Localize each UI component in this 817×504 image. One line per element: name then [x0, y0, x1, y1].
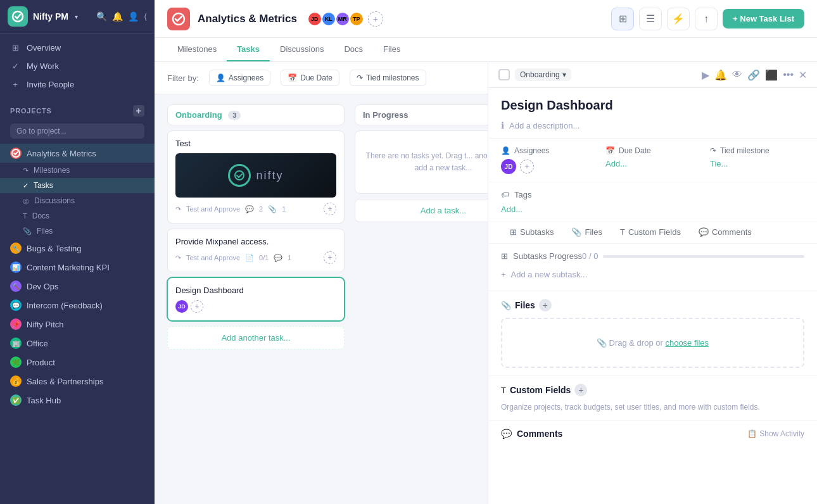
grid-view-button[interactable]: ⊞ — [611, 8, 634, 30]
search-icon[interactable]: 🔍 — [96, 11, 107, 22]
child-discussions[interactable]: ◎ Discussions — [0, 193, 155, 208]
tab-milestones[interactable]: Milestones — [167, 38, 227, 61]
add-task-inprogress-button[interactable]: Add a task... — [355, 199, 488, 222]
tied-milestones-filter-icon: ↷ — [357, 73, 363, 82]
show-activity-button[interactable]: 📋 Show Activity — [747, 429, 804, 438]
tied-milestones-filter[interactable]: ↷ Tied milestones — [350, 70, 426, 86]
sidebar-item-devops[interactable]: 🔨 Dev Ops — [0, 277, 155, 296]
tab-files[interactable]: Files — [373, 38, 410, 61]
add-subtask-button[interactable]: + Add a new subtask... — [501, 266, 804, 283]
custom-fields-add-button[interactable]: + — [574, 384, 587, 396]
sub-tab-subtasks[interactable]: ⊞ Subtasks — [501, 222, 562, 243]
overview-icon: ⊞ — [10, 43, 20, 53]
sidebar-item-intercom[interactable]: 💬 Intercom (Feedback) — [0, 296, 155, 315]
sidebar-item-overview[interactable]: ⊞ Overview — [0, 39, 155, 57]
add-assignee-button[interactable]: + — [324, 203, 336, 215]
list-view-button[interactable]: ☰ — [639, 8, 662, 30]
app-title: Nifty PM — [33, 11, 68, 22]
add-another-task-button[interactable]: Add another task... — [167, 326, 345, 350]
sidebar-item-pitch[interactable]: 📌 Nifty Pitch — [0, 315, 155, 334]
sidebar-item-analytics[interactable]: Analytics & Metrics — [0, 144, 155, 163]
custom-fields-section: T Custom Fields + Organize projects, tra… — [488, 375, 817, 420]
tied-milestone-value[interactable]: Tie... — [710, 159, 804, 168]
due-date-filter-label: Due Date — [300, 73, 332, 82]
project-dot-intercom: 💬 — [10, 299, 22, 311]
copy-icon[interactable]: ⬛ — [765, 69, 778, 81]
play-icon[interactable]: ▶ — [702, 69, 709, 81]
child-files[interactable]: 📎 Files — [0, 224, 155, 239]
lightning-button[interactable]: ⚡ — [667, 8, 690, 30]
collapse-icon[interactable]: ⟨ — [144, 11, 147, 22]
child-label: Milestones — [34, 166, 70, 175]
more-icon[interactable]: ••• — [783, 69, 794, 80]
due-date-filter[interactable]: 📅 Due Date — [281, 70, 339, 86]
add-assignee-button[interactable]: + — [191, 300, 203, 313]
bell-icon[interactable]: 🔔 — [714, 69, 727, 81]
project-dot-analytics — [10, 148, 22, 159]
sub-tab-custom-fields[interactable]: T Custom Fields — [611, 222, 690, 243]
files-add-button[interactable]: + — [539, 299, 552, 312]
files-sub-icon: 📎 — [571, 227, 581, 237]
add-project-button[interactable]: + — [133, 105, 144, 117]
task-card-test[interactable]: Test nifty — [167, 130, 345, 224]
choose-files-link[interactable]: choose files — [665, 338, 709, 348]
child-tasks[interactable]: ✓ Tasks — [0, 178, 155, 193]
add-assignee-panel-button[interactable]: + — [520, 160, 534, 173]
task-meta-text: Test and Approve — [186, 254, 240, 261]
child-milestones[interactable]: ↷ Milestones — [0, 163, 155, 178]
tab-docs[interactable]: Docs — [334, 38, 373, 61]
new-task-list-button[interactable]: + New Task List — [723, 9, 804, 28]
sidebar-item-sales[interactable]: 💰 Sales & Partnerships — [0, 372, 155, 391]
notification-icon[interactable]: 🔔 — [112, 11, 123, 22]
sidebar-item-office[interactable]: 🏢 Office — [0, 334, 155, 353]
child-label: Files — [37, 227, 53, 236]
eye-icon[interactable]: 👁 — [732, 69, 742, 80]
task-checkbox[interactable] — [498, 69, 510, 80]
sidebar-item-taskhub[interactable]: ✅ Task Hub — [0, 391, 155, 410]
onboarding-title-group: Onboarding 3 — [175, 110, 241, 120]
sidebar-header: Nifty PM ▾ 🔍 🔔 👤 ⟨ — [0, 0, 155, 34]
sidebar-item-content[interactable]: 📊 Content Marketing KPI — [0, 258, 155, 277]
tab-discussions[interactable]: Discussions — [270, 38, 334, 61]
sidebar-item-product[interactable]: 🌿 Product — [0, 353, 155, 372]
app-logo-icon — [8, 6, 28, 27]
description-icon: ℹ — [501, 120, 504, 130]
paperclip-icon: 📎 — [597, 338, 607, 348]
sub-tab-files[interactable]: 📎 Files — [562, 222, 611, 243]
project-dot-devops: 🔨 — [10, 280, 22, 292]
due-date-value[interactable]: Add... — [605, 159, 700, 168]
custom-fields-icon: T — [620, 227, 625, 237]
link-icon[interactable]: 🔗 — [747, 69, 760, 81]
sidebar-item-label: Invite People — [27, 80, 74, 89]
assignee-row: JD + — [501, 159, 595, 174]
files-header: 📎 Files + — [501, 299, 804, 312]
onboarding-list-header: Onboarding 3 — [167, 104, 345, 125]
assignees-filter[interactable]: 👤 Assignees — [209, 70, 270, 86]
status-badge[interactable]: Onboarding ▾ — [515, 68, 571, 81]
sidebar-item-my-work[interactable]: ✓ My Work — [0, 57, 155, 75]
close-icon[interactable]: ✕ — [799, 69, 807, 81]
upload-button[interactable]: ↑ — [695, 8, 718, 30]
child-docs[interactable]: T Docs — [0, 208, 155, 224]
task-assignees: + — [324, 203, 336, 215]
avatar-icon[interactable]: 👤 — [128, 11, 139, 22]
tab-tasks[interactable]: Tasks — [227, 38, 270, 61]
subtasks-progress-label: ⊞ Subtasks Progress — [501, 251, 582, 261]
my-work-icon: ✓ — [10, 61, 20, 71]
sidebar-item-bugs[interactable]: 🔧 Bugs & Testing — [0, 239, 155, 258]
assignees-label: 👤 Assignees — [501, 146, 595, 155]
add-assignee-button[interactable]: + — [324, 251, 336, 264]
sub-tab-comments[interactable]: 💬 Comments — [690, 222, 761, 243]
task-card-dashboard[interactable]: Design Dashboard JD + — [167, 277, 345, 321]
task-card-mixpanel[interactable]: Provide Mixpanel access. ↷ Test and Appr… — [167, 229, 345, 272]
panel-description[interactable]: ℹ Add a description... — [488, 118, 817, 138]
add-member-button[interactable]: + — [368, 11, 383, 27]
sidebar-item-label: Overview — [27, 43, 61, 53]
sidebar-item-invite[interactable]: + Invite People — [0, 75, 155, 94]
project-search-input[interactable] — [10, 123, 144, 139]
task-lists-area: Filter by: 👤 Assignees 📅 Due Date ↷ Tied… — [155, 62, 488, 504]
due-date-label: 📅 Due Date — [605, 146, 700, 155]
tags-add-button[interactable]: Add... — [501, 205, 522, 214]
sidebar-logo[interactable]: Nifty PM ▾ — [8, 6, 78, 27]
member-avatar-3: MR — [335, 11, 350, 27]
